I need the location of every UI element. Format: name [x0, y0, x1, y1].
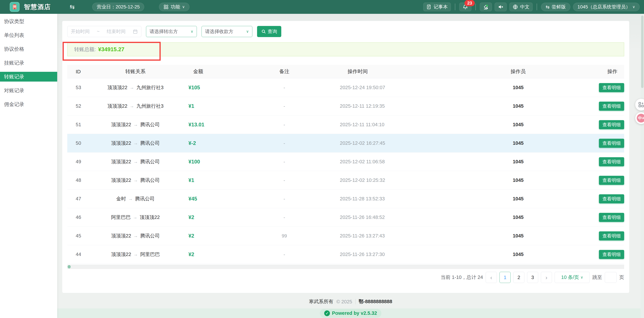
theme-paint-button[interactable] [480, 3, 492, 11]
arrow-right-icon: → [134, 159, 138, 164]
table-header: ID 转账关系 金额 备注 操作时间 操作员 操作 [67, 65, 624, 78]
language-button[interactable]: 中文 [510, 3, 533, 11]
user-menu[interactable]: 1045（总店系统管理员） ∨ [573, 3, 640, 11]
horizontal-scrollbar[interactable] [67, 265, 624, 269]
app-logo[interactable] [10, 2, 20, 12]
cell-relation: 金时 → 腾讯公司 [96, 196, 175, 202]
chevron-down-icon: ∨ [580, 275, 583, 280]
view-detail-button[interactable]: 查看明细 [599, 157, 624, 166]
view-detail-button[interactable]: 查看明细 [599, 83, 624, 92]
arrow-right-icon: → [134, 140, 138, 146]
payee-select[interactable]: 请选择收款方 ∨ [202, 26, 252, 37]
vertical-scrollbar[interactable] [641, 14, 644, 318]
search-icon [261, 29, 266, 34]
cell-action: 查看明细 [558, 213, 624, 222]
transfer-out-select[interactable]: 请选择转出方 ∨ [146, 26, 197, 37]
paint-bucket-icon [483, 4, 489, 10]
speaker-mute-icon [498, 4, 504, 10]
top-bar-left: 智慧酒店 ⇆ 营业日：2025-12-25 功能 ∨ [10, 2, 190, 12]
chevron-down-icon: ∨ [182, 5, 185, 9]
cell-operator: 1045 [478, 178, 558, 183]
table-row: 45 顶顶顶22 → 腾讯公司 ¥2 99 2025-11-26 13:27:4… [67, 227, 624, 245]
date-range-input[interactable]: 开始时间 ~ 结束时间 [67, 26, 141, 37]
cell-id: 48 [67, 178, 96, 183]
cell-amount: ¥2 [175, 233, 246, 239]
arrow-right-icon: → [133, 215, 137, 220]
version-button[interactable]: ⇆ 尝鲜版 [541, 3, 570, 11]
divider [476, 4, 476, 10]
arrow-right-icon: → [130, 103, 134, 109]
view-detail-button[interactable]: 查看明细 [599, 231, 624, 240]
page-button-2[interactable]: 2 [513, 272, 524, 283]
cell-operator: 1045 [478, 122, 558, 127]
cell-amount: ¥-2 [175, 140, 246, 146]
page-size-select[interactable]: 10 条/页 ∨ [555, 272, 590, 283]
transfer-from: 顶顶顶22 [111, 251, 131, 258]
jump-page-input[interactable] [605, 272, 616, 283]
view-detail-button[interactable]: 查看明细 [599, 176, 624, 185]
cell-time: 2025-11-26 13:27:43 [323, 233, 478, 239]
features-button[interactable]: 功能 ∨ [159, 3, 189, 11]
transfer-from: 金时 [116, 196, 126, 202]
search-button[interactable]: 查询 [257, 26, 281, 37]
notebook-button[interactable]: 记事本 [423, 3, 451, 11]
transfer-table: ID 转账关系 金额 备注 操作时间 操作员 操作 53 顶顶顶22 → 九州旅… [67, 65, 624, 264]
cell-action: 查看明细 [558, 120, 624, 129]
chevron-down-icon: ∨ [190, 29, 193, 34]
swap-icon: ⇆ [546, 4, 550, 10]
collapse-swap-icon[interactable]: ⇆ [70, 3, 75, 11]
divider [537, 4, 537, 10]
hotel-building-icon [12, 4, 18, 10]
view-detail-button[interactable]: 查看明细 [599, 194, 624, 203]
page-button-3[interactable]: 3 [527, 272, 538, 283]
view-detail-button[interactable]: 查看明细 [599, 213, 624, 222]
cell-remark: - [246, 103, 323, 109]
sidebar-item[interactable]: 单位列表 [0, 30, 57, 40]
business-day-label: 营业日：2025-12-25 [97, 4, 140, 10]
view-detail-button[interactable]: 查看明细 [599, 120, 624, 129]
view-detail-button[interactable]: 查看明细 [599, 102, 624, 111]
top-bar-right: 记事本 23 [423, 3, 640, 11]
cell-amount: ¥1 [175, 103, 246, 109]
sidebar-item[interactable]: 协议价格 [0, 44, 57, 54]
language-label: 中文 [520, 4, 530, 10]
sidebar-item[interactable]: 对账记录 [0, 86, 57, 95]
cell-id: 47 [67, 196, 96, 202]
cell-remark: - [246, 122, 323, 127]
end-date-placeholder: 结束时间 [107, 28, 126, 35]
notification-badge: 23 [464, 0, 475, 6]
next-page-button[interactable]: › [541, 272, 552, 283]
cell-id: 51 [67, 122, 96, 127]
range-separator: ~ [97, 29, 100, 34]
cell-operator: 1045 [478, 196, 558, 202]
footer: 寒武系所有 © 2025 鄂-8888888888 [57, 298, 644, 305]
cell-operator: 1045 [478, 140, 558, 146]
notebook-label: 记事本 [434, 4, 448, 10]
mute-button[interactable] [494, 3, 507, 11]
sidebar-item[interactable]: 转账记录 [0, 72, 57, 82]
prev-page-button[interactable]: ‹ [486, 272, 497, 283]
horizontal-scrollbar-thumb[interactable] [68, 265, 71, 268]
sidebar-item[interactable]: 协议类型 [0, 17, 57, 26]
view-detail-button[interactable]: 查看明细 [599, 139, 624, 148]
cell-remark: - [246, 252, 323, 257]
notifications-button[interactable]: 23 [459, 3, 472, 11]
sidebar-item[interactable]: 挂账记录 [0, 58, 57, 68]
payee-placeholder: 请选择收款方 [205, 28, 233, 35]
vertical-scrollbar-thumb[interactable] [641, 16, 644, 88]
cell-remark: - [246, 215, 323, 220]
main-area: 开始时间 ~ 结束时间 请选择转出方 ∨ 请选择收款方 ∨ [57, 14, 644, 318]
sidebar-item[interactable]: 佣金记录 [0, 99, 57, 109]
page-button-1[interactable]: 1 [500, 272, 510, 283]
transfer-to: 腾讯公司 [140, 177, 160, 184]
page-size-value: 10 条/页 [561, 274, 579, 281]
view-detail-button[interactable]: 查看明细 [599, 250, 624, 259]
transfer-from: 顶顶顶22 [107, 84, 127, 91]
col-amount: 金额 [175, 68, 246, 75]
calendar-icon [133, 29, 138, 34]
features-label: 功能 [170, 4, 180, 10]
table-row: 47 金时 → 腾讯公司 ¥45 - 2025-11-28 13:52:33 1… [67, 190, 624, 208]
pagination: 当前 1-10，总计 24 ‹ 123 › 10 条/页 ∨ 跳至 页 [441, 271, 624, 283]
total-amount-banner: 转账总额: ¥34915.27 [67, 43, 624, 56]
business-day-button[interactable]: 营业日：2025-12-25 [92, 3, 144, 11]
